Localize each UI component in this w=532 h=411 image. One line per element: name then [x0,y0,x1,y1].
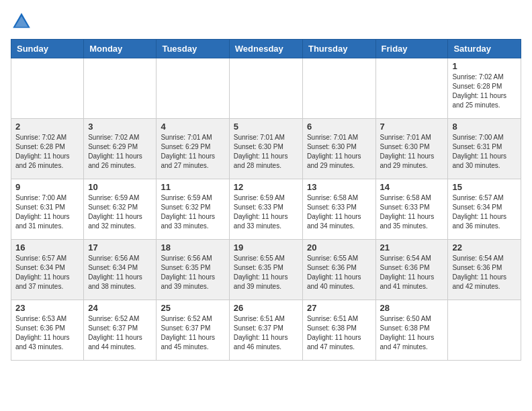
calendar-week-2: 2Sunrise: 7:02 AM Sunset: 6:28 PM Daylig… [11,119,521,179]
column-header-saturday: Saturday [448,40,521,58]
calendar-cell: 5Sunrise: 7:01 AM Sunset: 6:30 PM Daylig… [229,119,302,179]
day-number: 9 [15,182,79,192]
day-number: 18 [161,242,224,253]
calendar-cell: 1Sunrise: 7:02 AM Sunset: 6:28 PM Daylig… [448,58,521,119]
cell-content: Sunrise: 6:52 AM Sunset: 6:37 PM Dayligh… [88,314,152,352]
calendar-cell: 7Sunrise: 7:01 AM Sunset: 6:30 PM Daylig… [375,119,448,179]
calendar-cell: 16Sunrise: 6:57 AM Sunset: 6:34 PM Dayli… [11,240,84,300]
column-header-thursday: Thursday [302,40,375,58]
calendar-cell: 11Sunrise: 6:59 AM Sunset: 6:32 PM Dayli… [157,179,229,240]
cell-content: Sunrise: 6:58 AM Sunset: 6:33 PM Dayligh… [380,193,444,231]
calendar-cell: 18Sunrise: 6:56 AM Sunset: 6:35 PM Dayli… [157,240,229,300]
cell-content: Sunrise: 6:55 AM Sunset: 6:35 PM Dayligh… [234,254,298,291]
day-number: 8 [452,122,517,132]
cell-content: Sunrise: 7:01 AM Sunset: 6:30 PM Dayligh… [307,133,371,171]
cell-content: Sunrise: 6:59 AM Sunset: 6:32 PM Dayligh… [161,193,224,231]
cell-content: Sunrise: 6:57 AM Sunset: 6:34 PM Dayligh… [15,254,79,291]
calendar-cell: 19Sunrise: 6:55 AM Sunset: 6:35 PM Dayli… [229,240,302,300]
cell-content: Sunrise: 7:02 AM Sunset: 6:28 PM Dayligh… [15,133,79,171]
calendar-cell: 21Sunrise: 6:54 AM Sunset: 6:36 PM Dayli… [375,240,448,300]
day-number: 4 [161,122,224,132]
calendar-cell: 6Sunrise: 7:01 AM Sunset: 6:30 PM Daylig… [302,119,375,179]
column-header-tuesday: Tuesday [157,40,229,58]
logo-icon [11,11,32,32]
day-number: 12 [234,182,298,192]
day-number: 19 [234,242,298,253]
calendar-cell: 20Sunrise: 6:55 AM Sunset: 6:36 PM Dayli… [302,240,375,300]
day-number: 1 [452,61,517,71]
cell-content: Sunrise: 6:59 AM Sunset: 6:32 PM Dayligh… [88,193,152,231]
day-number: 6 [307,122,371,132]
calendar-cell: 24Sunrise: 6:52 AM Sunset: 6:37 PM Dayli… [84,300,157,361]
calendar-cell: 12Sunrise: 6:59 AM Sunset: 6:33 PM Dayli… [229,179,302,240]
day-number: 26 [234,303,298,313]
cell-content: Sunrise: 6:59 AM Sunset: 6:33 PM Dayligh… [234,193,298,231]
calendar-header-row: SundayMondayTuesdayWednesdayThursdayFrid… [11,40,521,58]
calendar-cell: 26Sunrise: 6:51 AM Sunset: 6:37 PM Dayli… [229,300,302,361]
cell-content: Sunrise: 7:01 AM Sunset: 6:30 PM Dayligh… [234,133,298,171]
logo [11,11,35,32]
calendar-cell: 27Sunrise: 6:51 AM Sunset: 6:38 PM Dayli… [302,300,375,361]
calendar-cell [11,58,84,119]
calendar-cell: 22Sunrise: 6:54 AM Sunset: 6:36 PM Dayli… [448,240,521,300]
cell-content: Sunrise: 6:53 AM Sunset: 6:36 PM Dayligh… [15,314,79,352]
column-header-monday: Monday [84,40,157,58]
calendar-cell: 2Sunrise: 7:02 AM Sunset: 6:28 PM Daylig… [11,119,84,179]
cell-content: Sunrise: 6:56 AM Sunset: 6:34 PM Dayligh… [88,254,152,291]
day-number: 10 [88,182,152,192]
cell-content: Sunrise: 6:57 AM Sunset: 6:34 PM Dayligh… [452,193,517,231]
page-header [11,11,521,32]
calendar-week-5: 23Sunrise: 6:53 AM Sunset: 6:36 PM Dayli… [11,300,521,361]
column-header-wednesday: Wednesday [229,40,302,58]
calendar-cell: 28Sunrise: 6:50 AM Sunset: 6:38 PM Dayli… [375,300,448,361]
day-number: 24 [88,303,152,313]
day-number: 13 [307,182,371,192]
calendar-week-1: 1Sunrise: 7:02 AM Sunset: 6:28 PM Daylig… [11,58,521,119]
cell-content: Sunrise: 7:01 AM Sunset: 6:30 PM Dayligh… [380,133,444,171]
column-header-sunday: Sunday [11,40,84,58]
cell-content: Sunrise: 7:02 AM Sunset: 6:29 PM Dayligh… [88,133,152,171]
calendar-cell: 8Sunrise: 7:00 AM Sunset: 6:31 PM Daylig… [448,119,521,179]
day-number: 28 [380,303,444,313]
cell-content: Sunrise: 6:54 AM Sunset: 6:36 PM Dayligh… [452,254,517,291]
calendar-cell [302,58,375,119]
calendar-cell: 25Sunrise: 6:52 AM Sunset: 6:37 PM Dayli… [157,300,229,361]
calendar-cell: 4Sunrise: 7:01 AM Sunset: 6:29 PM Daylig… [157,119,229,179]
cell-content: Sunrise: 6:51 AM Sunset: 6:37 PM Dayligh… [234,314,298,352]
day-number: 17 [88,242,152,253]
calendar-table: SundayMondayTuesdayWednesdayThursdayFrid… [11,39,521,361]
cell-content: Sunrise: 6:50 AM Sunset: 6:38 PM Dayligh… [380,314,444,352]
cell-content: Sunrise: 7:00 AM Sunset: 6:31 PM Dayligh… [452,133,517,171]
calendar-week-3: 9Sunrise: 7:00 AM Sunset: 6:31 PM Daylig… [11,179,521,240]
day-number: 16 [15,242,79,253]
day-number: 14 [380,182,444,192]
cell-content: Sunrise: 6:55 AM Sunset: 6:36 PM Dayligh… [307,254,371,291]
cell-content: Sunrise: 6:58 AM Sunset: 6:33 PM Dayligh… [307,193,371,231]
cell-content: Sunrise: 6:56 AM Sunset: 6:35 PM Dayligh… [161,254,224,291]
calendar-cell: 13Sunrise: 6:58 AM Sunset: 6:33 PM Dayli… [302,179,375,240]
day-number: 11 [161,182,224,192]
column-header-friday: Friday [375,40,448,58]
cell-content: Sunrise: 7:01 AM Sunset: 6:29 PM Dayligh… [161,133,224,171]
cell-content: Sunrise: 6:52 AM Sunset: 6:37 PM Dayligh… [161,314,224,352]
day-number: 21 [380,242,444,253]
calendar-cell: 17Sunrise: 6:56 AM Sunset: 6:34 PM Dayli… [84,240,157,300]
day-number: 5 [234,122,298,132]
cell-content: Sunrise: 7:00 AM Sunset: 6:31 PM Dayligh… [15,193,79,231]
calendar-cell [375,58,448,119]
day-number: 3 [88,122,152,132]
calendar-cell [229,58,302,119]
day-number: 27 [307,303,371,313]
day-number: 7 [380,122,444,132]
day-number: 20 [307,242,371,253]
calendar-cell: 10Sunrise: 6:59 AM Sunset: 6:32 PM Dayli… [84,179,157,240]
calendar-cell: 9Sunrise: 7:00 AM Sunset: 6:31 PM Daylig… [11,179,84,240]
cell-content: Sunrise: 6:51 AM Sunset: 6:38 PM Dayligh… [307,314,371,352]
calendar-cell: 15Sunrise: 6:57 AM Sunset: 6:34 PM Dayli… [448,179,521,240]
calendar-week-4: 16Sunrise: 6:57 AM Sunset: 6:34 PM Dayli… [11,240,521,300]
day-number: 23 [15,303,79,313]
calendar-cell: 3Sunrise: 7:02 AM Sunset: 6:29 PM Daylig… [84,119,157,179]
day-number: 22 [452,242,517,253]
calendar-cell [157,58,229,119]
calendar-cell: 14Sunrise: 6:58 AM Sunset: 6:33 PM Dayli… [375,179,448,240]
